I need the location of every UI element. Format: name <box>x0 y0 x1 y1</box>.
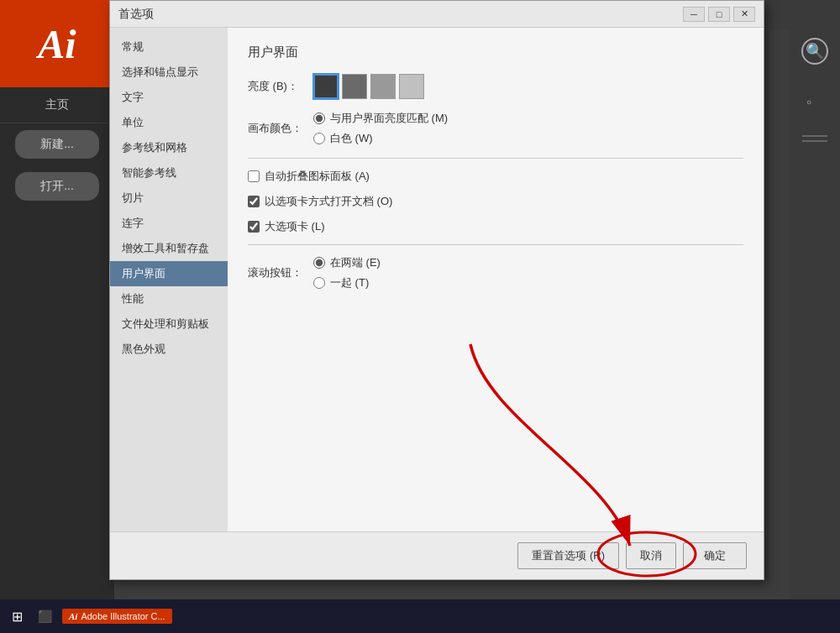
dialog-nav: 常规 选择和锚点显示 文字 单位 参考线和网格 智能参考线 切片 连字 增效工具… <box>110 28 228 531</box>
nav-item-guides[interactable]: 参考线和网格 <box>110 135 228 160</box>
nav-item-ui[interactable]: 用户界面 <box>110 261 228 286</box>
nav-item-units[interactable]: 单位 <box>110 110 228 135</box>
canvas-radio-row-1: 与用户界面亮度匹配 (M) <box>313 111 448 126</box>
open-as-tab-row: 以选项卡方式打开文档 (O) <box>248 194 743 209</box>
large-tabs-checkbox[interactable] <box>248 221 260 233</box>
open-as-tab-label: 以选项卡方式打开文档 (O) <box>265 194 392 209</box>
brightness-swatch-3[interactable] <box>370 74 396 99</box>
large-tabs-row: 大选项卡 (L) <box>248 219 743 234</box>
ok-button[interactable]: 确定 <box>683 542 747 569</box>
nav-item-smart-guides[interactable]: 智能参考线 <box>110 160 228 186</box>
reset-button[interactable]: 重置首选项 (R) <box>517 542 619 569</box>
canvas-color-radio-2[interactable] <box>313 133 325 144</box>
open-as-tab-checkbox[interactable] <box>248 196 260 207</box>
dialog-titlebar: 首选项 ─ □ ✕ <box>110 1 764 28</box>
canvas-color-label-1: 与用户界面亮度匹配 (M) <box>330 111 448 126</box>
scroll-radio-2[interactable] <box>313 277 325 289</box>
scroll-radio-label-2: 一起 (T) <box>330 275 369 290</box>
scroll-radio-label-1: 在两端 (E) <box>330 255 381 270</box>
canvas-color-label-2: 白色 (W) <box>330 131 373 146</box>
section-title: 用户界面 <box>248 44 743 60</box>
scroll-row: 滚动按钮： 在两端 (E) 一起 (T) <box>248 255 743 290</box>
brightness-label: 亮度 (B)： <box>248 79 307 94</box>
nav-item-text[interactable]: 文字 <box>110 85 228 110</box>
scroll-radio-row-1: 在两端 (E) <box>313 255 381 270</box>
taskbar-app-logo: Ai <box>69 611 77 621</box>
nav-item-hyphen[interactable]: 连字 <box>110 211 228 236</box>
dialog-content: 用户界面 亮度 (B)： 画布颜色： <box>228 28 764 531</box>
divider-1 <box>248 158 743 159</box>
nav-item-perf[interactable]: 性能 <box>110 286 228 311</box>
brightness-swatch-1[interactable] <box>313 74 339 99</box>
nav-item-slices[interactable]: 切片 <box>110 186 228 211</box>
taskbar-app[interactable]: Ai Adobe Illustrator C... <box>62 609 172 624</box>
nav-item-general[interactable]: 常规 <box>110 34 228 60</box>
brightness-swatches <box>313 74 424 99</box>
nav-item-selection[interactable]: 选择和锚点显示 <box>110 60 228 85</box>
auto-collapse-label: 自动折叠图标面板 (A) <box>265 169 370 184</box>
large-tabs-label: 大选项卡 (L) <box>265 219 325 234</box>
canvas-color-label: 画布颜色： <box>248 121 307 136</box>
minimize-button[interactable]: ─ <box>683 7 705 22</box>
windows-start[interactable]: ⊞ <box>7 607 28 626</box>
dialog-window-controls: ─ □ ✕ <box>683 7 755 22</box>
auto-collapse-checkbox[interactable] <box>248 170 260 182</box>
scroll-radio-group: 在两端 (E) 一起 (T) <box>313 255 381 290</box>
canvas-color-radio-group: 与用户界面亮度匹配 (M) 白色 (W) <box>313 111 448 146</box>
maximize-button[interactable]: □ <box>708 7 730 22</box>
canvas-color-radio-1[interactable] <box>313 112 325 124</box>
dialog-footer: 重置首选项 (R) 取消 确定 <box>110 531 764 579</box>
canvas-color-row: 画布颜色： 与用户界面亮度匹配 (M) 白色 (W) <box>248 111 743 146</box>
taskbar: ⊞ ⬛ Ai Adobe Illustrator C... <box>0 599 840 633</box>
nav-item-file[interactable]: 文件处理和剪贴板 <box>110 311 228 337</box>
taskbar-icon-1[interactable]: ⬛ <box>34 608 55 625</box>
cancel-button[interactable]: 取消 <box>626 542 676 569</box>
taskbar-app-label: Adobe Illustrator C... <box>81 611 165 621</box>
scroll-radio-1[interactable] <box>313 257 325 269</box>
brightness-swatch-2[interactable] <box>342 74 367 99</box>
nav-item-plugins[interactable]: 增效工具和暂存盘 <box>110 236 228 261</box>
dialog-overlay: 首选项 ─ □ ✕ 常规 选择和锚点显示 文字 单位 参考线和网格 智能参考线 … <box>0 0 840 599</box>
canvas-radio-row-2: 白色 (W) <box>313 131 448 146</box>
preferences-dialog: 首选项 ─ □ ✕ 常规 选择和锚点显示 文字 单位 参考线和网格 智能参考线 … <box>109 0 764 580</box>
nav-item-black[interactable]: 黑色外观 <box>110 337 228 362</box>
scroll-label: 滚动按钮： <box>248 265 307 280</box>
brightness-swatch-4[interactable] <box>399 74 424 99</box>
divider-2 <box>248 244 743 245</box>
dialog-body: 常规 选择和锚点显示 文字 单位 参考线和网格 智能参考线 切片 连字 增效工具… <box>110 28 764 531</box>
brightness-row: 亮度 (B)： <box>248 74 743 99</box>
close-button[interactable]: ✕ <box>733 7 755 22</box>
auto-collapse-row: 自动折叠图标面板 (A) <box>248 169 743 184</box>
dialog-title: 首选项 <box>118 7 154 22</box>
scroll-radio-row-2: 一起 (T) <box>313 275 381 290</box>
